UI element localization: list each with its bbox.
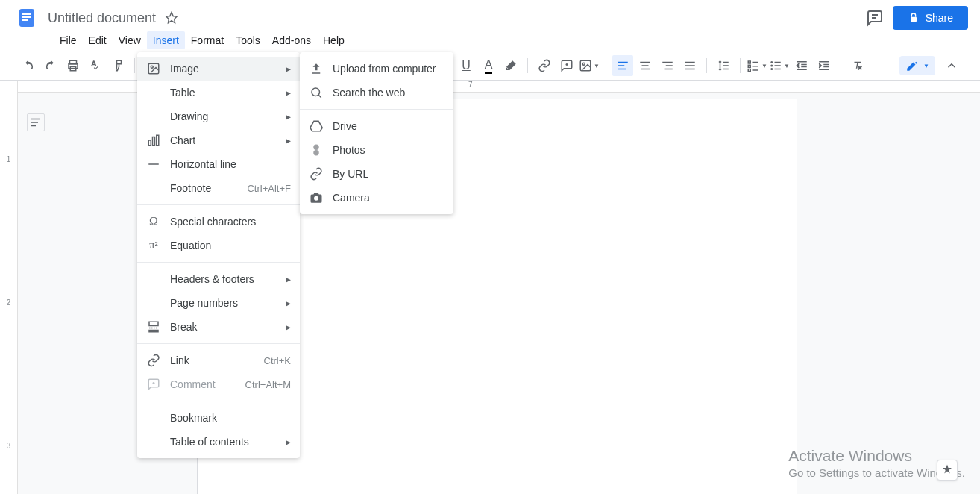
menu-item-bookmark[interactable]: Bookmark — [137, 406, 300, 430]
document-outline-button[interactable] — [27, 113, 45, 131]
explore-button[interactable] — [937, 460, 958, 481]
share-button[interactable]: Share — [893, 6, 968, 30]
menubar: FileEditViewInsertFormatToolsAdd-onsHelp — [0, 30, 980, 51]
menu-insert[interactable]: Insert — [147, 31, 185, 49]
menu-tools[interactable]: Tools — [230, 31, 266, 49]
docs-logo[interactable] — [12, 3, 42, 33]
svg-rect-54 — [157, 135, 159, 146]
menu-item-by-url[interactable]: By URL — [300, 162, 453, 186]
svg-rect-29 — [748, 65, 750, 67]
svg-rect-3 — [22, 19, 28, 21]
menu-item-table[interactable]: Table▸ — [137, 81, 300, 104]
svg-point-37 — [771, 69, 773, 70]
menu-edit[interactable]: Edit — [83, 31, 113, 49]
svg-point-33 — [771, 62, 773, 63]
print-button[interactable] — [63, 55, 84, 76]
collapse-toolbar-button[interactable] — [941, 55, 962, 76]
svg-rect-1 — [22, 13, 31, 15]
chart-icon — [146, 133, 161, 148]
menu-item-footnote[interactable]: FootnoteCtrl+Alt+F — [137, 176, 300, 200]
menu-item-special-characters[interactable]: ΩSpecial characters — [137, 210, 300, 234]
image-icon — [146, 61, 161, 76]
editing-mode-button[interactable]: ▼ — [899, 56, 935, 75]
text-color-button[interactable]: A — [478, 55, 499, 76]
menu-item-image[interactable]: Image▸ — [137, 57, 300, 81]
decrease-indent-button[interactable] — [791, 55, 812, 76]
underline-button[interactable]: U — [456, 55, 477, 76]
menu-item-headers-footers[interactable]: Headers & footers▸ — [137, 267, 300, 291]
menu-item-table-of-contents[interactable]: Table of contents▸ — [137, 430, 300, 454]
menu-item-comment[interactable]: CommentCtrl+Alt+M — [137, 372, 300, 396]
submenu-arrow-icon: ▸ — [286, 134, 291, 146]
photos-icon — [309, 143, 324, 157]
upload-icon — [309, 61, 324, 76]
insert-image-button[interactable]: ▼ — [579, 55, 600, 76]
menu-item-upload-from-computer[interactable]: Upload from computer — [300, 57, 453, 81]
drive-icon — [309, 119, 324, 134]
menu-item-chart[interactable]: Chart▸ — [137, 128, 300, 152]
menu-item-drive[interactable]: Drive — [300, 114, 453, 138]
comment-icon — [146, 377, 161, 392]
checklist-button[interactable]: ▼ — [747, 55, 767, 76]
menu-item-search-the-web[interactable]: Search the web — [300, 81, 453, 104]
submenu-arrow-icon: ▸ — [286, 321, 291, 333]
redo-button[interactable] — [40, 55, 61, 76]
clear-formatting-button[interactable] — [847, 55, 868, 76]
paint-format-button[interactable] — [107, 55, 128, 76]
svg-rect-56 — [149, 322, 158, 325]
svg-point-35 — [771, 65, 773, 66]
insert-link-button[interactable] — [534, 55, 555, 76]
menu-file[interactable]: File — [54, 31, 83, 49]
menu-item-link[interactable]: LinkCtrl+K — [137, 348, 300, 372]
menu-item-camera[interactable]: Camera — [300, 186, 453, 210]
align-justify-button[interactable] — [679, 55, 700, 76]
align-center-button[interactable] — [635, 55, 656, 76]
svg-rect-7 — [911, 17, 917, 22]
svg-rect-2 — [22, 16, 31, 18]
document-title[interactable]: Untitled document — [48, 10, 156, 26]
menu-item-horizontal-line[interactable]: Horizontal line — [137, 152, 300, 176]
align-right-button[interactable] — [657, 55, 678, 76]
svg-line-62 — [318, 95, 321, 98]
svg-rect-31 — [748, 69, 750, 72]
titlebar: Untitled document Share — [0, 0, 980, 30]
star-icon[interactable] — [165, 11, 178, 25]
menu-help[interactable]: Help — [317, 31, 351, 49]
vertical-ruler: 1234 — [0, 81, 18, 494]
align-left-button[interactable] — [612, 55, 633, 76]
submenu-arrow-icon: ▸ — [286, 63, 291, 75]
line-spacing-button[interactable] — [713, 55, 734, 76]
menu-item-break[interactable]: Break▸ — [137, 315, 300, 339]
menu-item-equation[interactable]: π²Equation — [137, 234, 300, 257]
menu-item-drawing[interactable]: Drawing▸ — [137, 104, 300, 128]
share-label: Share — [926, 12, 953, 24]
svg-rect-58 — [149, 331, 158, 332]
highlight-button[interactable] — [500, 55, 521, 76]
image-submenu-dropdown: Upload from computerSearch the webDriveP… — [300, 52, 453, 214]
menu-item-page-numbers[interactable]: Page numbers▸ — [137, 291, 300, 315]
submenu-arrow-icon: ▸ — [286, 436, 291, 448]
link-icon — [309, 166, 324, 181]
svg-rect-53 — [153, 137, 155, 146]
menu-view[interactable]: View — [113, 31, 147, 49]
svg-point-61 — [312, 88, 320, 96]
link-icon — [146, 353, 161, 368]
bulleted-list-button[interactable]: ▼ — [769, 55, 790, 76]
add-comment-button[interactable] — [556, 55, 577, 76]
svg-point-51 — [151, 66, 153, 68]
svg-marker-4 — [166, 13, 178, 23]
comment-history-icon[interactable] — [866, 9, 884, 27]
increase-indent-button[interactable] — [814, 55, 835, 76]
spellcheck-button[interactable] — [85, 55, 106, 76]
insert-menu-dropdown: Image▸Table▸Drawing▸Chart▸Horizontal lin… — [137, 52, 300, 458]
submenu-arrow-icon: ▸ — [286, 110, 291, 122]
pi-icon: π² — [146, 238, 161, 253]
hr-icon — [146, 157, 161, 172]
menu-item-photos[interactable]: Photos — [300, 138, 453, 162]
menu-format[interactable]: Format — [185, 31, 230, 49]
undo-button[interactable] — [18, 55, 39, 76]
submenu-arrow-icon: ▸ — [286, 273, 291, 285]
svg-point-14 — [582, 63, 585, 65]
search-icon — [309, 85, 324, 100]
menu-add-ons[interactable]: Add-ons — [266, 31, 317, 49]
